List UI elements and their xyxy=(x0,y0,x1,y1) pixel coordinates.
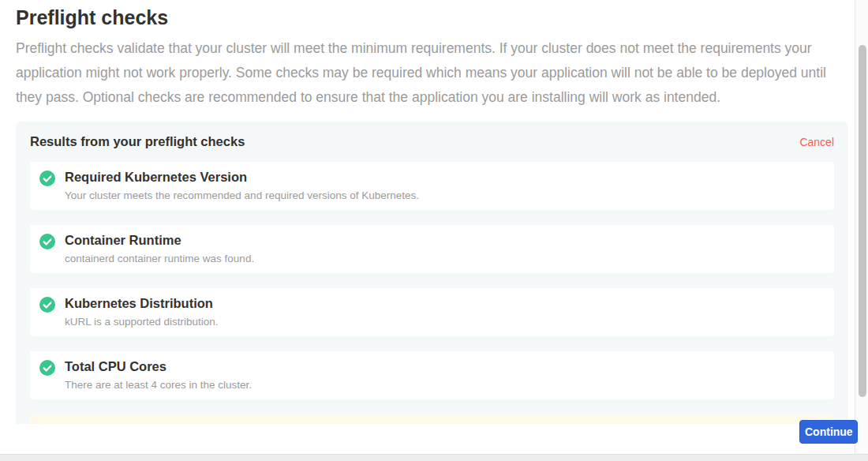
page-title: Preflight checks xyxy=(16,6,849,29)
check-body: Container Runtime containerd container r… xyxy=(65,233,254,264)
check-title: Container Runtime xyxy=(65,233,254,248)
check-circle-icon xyxy=(39,297,55,313)
bottom-band xyxy=(0,454,868,461)
preflight-results-panel: Results from your preflight checks Cance… xyxy=(16,122,848,433)
scrollbar-track[interactable] xyxy=(855,0,868,454)
check-title: Kubernetes Distribution xyxy=(65,296,219,311)
check-message: Your cluster meets the recommended and r… xyxy=(65,189,419,201)
check-message: There are at least 4 cores in the cluste… xyxy=(65,379,252,391)
preflight-page: Preflight checks Preflight checks valida… xyxy=(0,0,849,433)
check-circle-icon xyxy=(39,360,55,376)
check-title: Required Kubernetes Version xyxy=(65,170,419,185)
panel-header: Results from your preflight checks Cance… xyxy=(30,134,834,149)
check-body: Kubernetes Distribution kURL is a suppor… xyxy=(65,296,219,328)
check-row: Total CPU Cores There are at least 4 cor… xyxy=(30,351,834,399)
check-body: Total CPU Cores There are at least 4 cor… xyxy=(65,359,252,391)
check-row: Required Kubernetes Version Your cluster… xyxy=(30,162,834,210)
check-message: containerd container runtime was found. xyxy=(65,253,254,264)
check-row: Kubernetes Distribution kURL is a suppor… xyxy=(30,288,834,336)
footer-bar xyxy=(0,424,868,454)
scrollbar-thumb[interactable] xyxy=(859,45,866,397)
page-description: Preflight checks validate that your clus… xyxy=(16,36,836,110)
check-row: Container Runtime containerd container r… xyxy=(30,225,834,273)
check-list: Required Kubernetes Version Your cluster… xyxy=(30,162,834,433)
cancel-button[interactable]: Cancel xyxy=(799,136,834,148)
check-title: Total CPU Cores xyxy=(65,359,252,374)
check-message: kURL is a supported distribution. xyxy=(65,316,219,328)
check-circle-icon xyxy=(39,171,55,186)
check-body: Required Kubernetes Version Your cluster… xyxy=(65,170,419,201)
check-circle-icon xyxy=(39,234,55,249)
continue-button[interactable]: Continue xyxy=(799,420,858,444)
panel-title: Results from your preflight checks xyxy=(30,134,245,149)
